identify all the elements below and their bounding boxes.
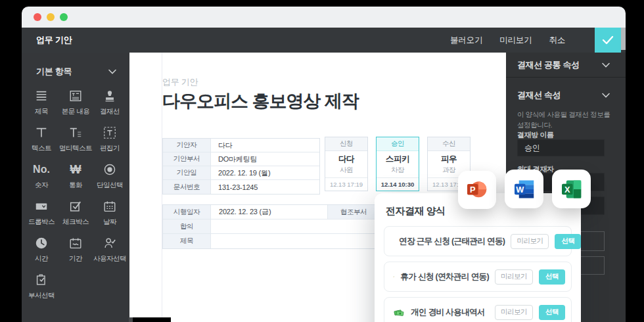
powerpoint-icon: P: [465, 178, 489, 202]
cell-value[interactable]: DO마케팅팀: [211, 152, 319, 166]
window-edge-artifact: [133, 317, 171, 322]
tool-text[interactable]: 텍스트: [24, 125, 58, 153]
table-row: 기안자 다다: [163, 139, 319, 152]
currency-icon: ₩: [70, 162, 81, 177]
radio-icon: [103, 162, 117, 177]
svg-text:W: W: [516, 184, 524, 194]
excel-icon: X: [560, 177, 584, 201]
tool-date[interactable]: 날짜: [93, 198, 127, 227]
tool-multi-text[interactable]: 멀티텍스트: [58, 125, 93, 153]
stamp-icon: [103, 88, 117, 104]
clock-icon: [34, 235, 49, 251]
approver-name: 피우: [441, 154, 457, 165]
window-titlebar: [22, 7, 626, 28]
confirm-button[interactable]: [595, 28, 621, 53]
select-button[interactable]: 선택: [555, 234, 581, 249]
form-item-expense[interactable]: 개인 경비 사용내역서 미리보기 선택: [384, 297, 572, 322]
section-title: 결재선 공통 속성: [517, 59, 580, 71]
approval-room-name-input[interactable]: [517, 139, 605, 156]
tool-number[interactable]: No. 숫자: [24, 162, 58, 190]
tool-title[interactable]: 제목: [24, 88, 58, 116]
tool-dropdown[interactable]: 드롭박스: [24, 198, 58, 227]
chevron-down-icon: [602, 93, 610, 98]
approval-card-request[interactable]: 신청 다다 사원 12.13 17:19: [325, 137, 368, 191]
load-button[interactable]: 불러오기: [450, 35, 482, 46]
app-header: 업무 기안 불러오기 미리보기 취소: [22, 28, 626, 53]
form-item-label: 연장 근무 신청 (근태관리 연동): [399, 236, 505, 247]
approver-rank: 과장: [442, 166, 455, 175]
cell-label: 협조부서: [328, 205, 380, 219]
cell-label: 제목: [163, 234, 211, 248]
eapproval-forms-popup: 전자결재 양식 연장 근무 신청 (근태관리 연동) 미리보기 선택 휴가 신청…: [375, 193, 581, 322]
cell-value[interactable]: 다다: [211, 139, 319, 152]
section-common-approval-props[interactable]: 결재선 공통 속성: [506, 53, 626, 77]
tool-user-select[interactable]: 사용자선택: [93, 235, 127, 264]
tool-period[interactable]: 기간: [58, 235, 93, 264]
table-row: 기안일 2022. 12. 19 (월): [163, 166, 319, 180]
form-item-label: 휴가 신청 (연차관리 연동): [400, 271, 489, 283]
minimize-window-icon[interactable]: [47, 13, 55, 21]
section-description: 이 양식에 사용될 결재선 정보를 설정합니다.: [517, 110, 612, 131]
chevron-down-icon: [108, 69, 116, 74]
preview-button[interactable]: 미리보기: [495, 269, 533, 285]
preview-button[interactable]: 미리보기: [499, 35, 532, 46]
cell-value[interactable]: 2022. 12. 23 (금): [211, 205, 328, 219]
cell-label: 문서번호: [163, 180, 211, 194]
draft-info-table: 기안자 다다 기안부서 DO마케팅팀 기안일 2022. 12. 19 (월) …: [162, 138, 320, 195]
document-text-icon: [68, 88, 83, 104]
header-actions: 불러오기 미리보기 취소: [450, 28, 565, 53]
cell-value[interactable]: 2022. 12. 19 (월): [211, 166, 319, 179]
checkbox-icon: [68, 198, 83, 214]
tool-checkbox[interactable]: 체크박스: [58, 198, 93, 227]
word-tile[interactable]: W: [505, 170, 543, 208]
form-item-overtime[interactable]: 연장 근무 신청 (근태관리 연동) 미리보기 선택: [384, 226, 572, 256]
approval-stage: 수신: [428, 137, 470, 151]
preview-button[interactable]: 미리보기: [495, 305, 533, 320]
user-select-icon: [103, 235, 117, 251]
approval-card-approve[interactable]: 승인 스피키 차장 12.14 10:30: [376, 137, 419, 191]
table-row: 문서번호 131-23-1245: [163, 180, 319, 194]
tool-grid: 제목 본문 내용 결재선 텍스트: [22, 88, 129, 300]
excel-tile[interactable]: X: [552, 170, 591, 208]
text-icon: [34, 125, 49, 141]
form-item-vacation[interactable]: 휴가 신청 (연차관리 연동) 미리보기 선택: [384, 262, 572, 292]
select-button[interactable]: 선택: [539, 305, 565, 320]
tool-dept-select[interactable]: 부서선택: [24, 272, 58, 300]
tool-approval-line[interactable]: 결재선: [93, 88, 127, 116]
tool-single-select[interactable]: 단일선택: [93, 162, 127, 190]
tool-time[interactable]: 시간: [24, 235, 58, 264]
cell-label: 기안일: [163, 166, 211, 179]
word-icon: W: [513, 177, 536, 201]
money-icon: [393, 306, 405, 318]
approval-time: 12.14 10:30: [377, 177, 419, 191]
document-title[interactable]: 다우오피스 홍보영상 제작: [162, 89, 359, 113]
approval-stage: 승인: [377, 137, 419, 151]
section-approval-props[interactable]: 결재선 속성: [506, 83, 626, 107]
calendar-icon: [103, 198, 117, 214]
cell-label: 합의: [163, 219, 211, 233]
select-button[interactable]: 선택: [539, 269, 565, 285]
powerpoint-tile[interactable]: P: [458, 171, 496, 209]
tool-editor[interactable]: 편집기: [93, 125, 127, 153]
app-title: 업무 기안: [36, 28, 72, 53]
scrollbar-thumb[interactable]: [621, 28, 626, 50]
preview-button[interactable]: 미리보기: [511, 234, 549, 249]
chevron-down-icon: [602, 62, 610, 68]
sidebar-section-basic-items[interactable]: 기본 항목: [22, 53, 129, 88]
svg-text:X: X: [564, 184, 570, 194]
zoom-window-icon[interactable]: [60, 13, 68, 21]
approver-rank: 사원: [340, 166, 353, 175]
tool-body-content[interactable]: 본문 내용: [58, 88, 93, 116]
dept-select-icon: [34, 272, 49, 288]
sidebar-section-title: 기본 항목: [36, 66, 72, 78]
cell-label: 기안자: [163, 139, 211, 152]
multi-text-icon: [68, 125, 83, 141]
cancel-button[interactable]: 취소: [549, 35, 565, 46]
tool-currency[interactable]: ₩ 통화: [58, 162, 93, 190]
component-sidebar: 기본 항목 제목 본문 내용 결재선: [22, 53, 129, 322]
svg-text:P: P: [470, 185, 476, 195]
editor-icon: [103, 125, 117, 141]
cell-value[interactable]: 131-23-1245: [211, 180, 319, 194]
close-window-icon[interactable]: [34, 13, 41, 21]
approval-line: 신청 다다 사원 12.13 17:19 승인 스피키 차장 12.14 10:…: [325, 137, 471, 191]
